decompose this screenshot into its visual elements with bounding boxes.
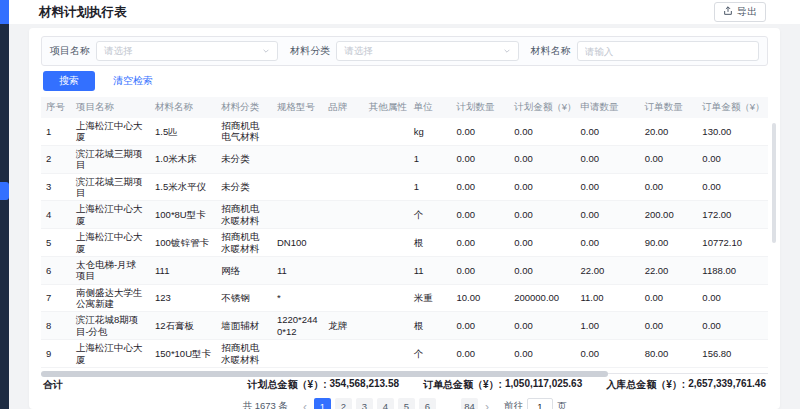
table-cell <box>364 340 409 368</box>
table-cell <box>323 118 364 145</box>
table-row[interactable]: 2滨江花城三期项目1.0米木床未分类10.000.000.000.000.00 <box>41 145 768 173</box>
table-cell: 太仓电梯-月球项目 <box>71 256 150 284</box>
summary-item: 计划总金额（¥）:354,568,213.58 <box>248 378 399 392</box>
column-header: 计划数量 <box>451 97 509 118</box>
table-cell <box>364 256 409 284</box>
table-row[interactable]: 6太仓电梯-月球项目111网络11110.000.0022.0022.00118… <box>41 256 768 284</box>
table-cell: 网络 <box>216 256 272 284</box>
filter-field: 项目名称请选择 <box>50 41 278 61</box>
table-cell: 0.00 <box>451 145 509 173</box>
table-cell <box>364 173 409 201</box>
table-cell <box>272 340 323 368</box>
column-header: 申请数量 <box>575 97 639 118</box>
sidebar-collapse-handle[interactable] <box>0 182 9 200</box>
table-cell: 0.00 <box>509 229 575 257</box>
column-header: 规格型号 <box>272 97 323 118</box>
table-cell: 1220*2440*12 <box>272 312 323 340</box>
app-root: 材料计划执行表 导出 项目名称请选择材料分类请选择材料名称 搜索 清空检索 <box>0 0 800 409</box>
clear-search-button[interactable]: 清空检索 <box>109 71 157 91</box>
table-row[interactable]: 4上海松江中心大厦100*8U型卡招商机电 水暖材料个0.000.000.002… <box>41 201 768 229</box>
select-placeholder: 请选择 <box>104 45 133 58</box>
input-wrapper <box>577 41 759 61</box>
project-name-select[interactable]: 请选择 <box>96 41 278 61</box>
table-cell: 根 <box>409 312 452 340</box>
table-cell: 1.0米木床 <box>150 145 216 173</box>
summary-item-value: 1,050,117,025.63 <box>505 378 582 392</box>
table-head-row: 序号项目名称材料名称材料分类规格型号品牌其他属性单位计划数量计划金额（¥）申请数… <box>41 97 768 118</box>
page-button[interactable]: 3 <box>356 398 373 409</box>
next-page-button[interactable]: › <box>483 401 491 409</box>
table-row[interactable]: 1上海松江中心大厦1.5匹招商机电 电气材料kg0.000.000.0020.0… <box>41 118 768 145</box>
table-row[interactable]: 8滨江花城8期项目-分包12石膏板墙面辅材1220*2440*12龙牌根0.00… <box>41 312 768 340</box>
table-cell: 123 <box>150 284 216 312</box>
table-cell: 9 <box>41 340 71 368</box>
chevron-down-icon <box>262 47 270 55</box>
prev-page-button[interactable]: ‹ <box>301 401 309 409</box>
table-cell: 个 <box>409 340 452 368</box>
table-cell: 个 <box>409 201 452 229</box>
table-cell <box>364 229 409 257</box>
table-cell: 招商机电 电气材料 <box>216 118 272 145</box>
page-button[interactable]: 84 <box>461 398 478 409</box>
table-cell: 0.00 <box>575 173 639 201</box>
table-cell: 0.00 <box>451 312 509 340</box>
horizontal-scrollbar[interactable] <box>41 371 608 377</box>
goto-suffix: 页 <box>557 400 567 409</box>
summary-item-value: 2,657,339,761.46 <box>688 378 766 392</box>
table-cell: 滨江花城8期项目-分包 <box>71 312 150 340</box>
table-row[interactable]: 5上海松江中心大厦100镀锌管卡招商机电 水暖材料DN100根0.000.000… <box>41 229 768 257</box>
table-cell: 1.5米水平仪 <box>150 173 216 201</box>
export-button[interactable]: 导出 <box>714 2 766 22</box>
material-name-input[interactable] <box>585 46 751 57</box>
table-cell: 0.00 <box>640 173 698 201</box>
page-title: 材料计划执行表 <box>39 4 127 21</box>
table-cell: * <box>272 284 323 312</box>
table-cell <box>323 201 364 229</box>
export-icon <box>723 6 733 18</box>
table-cell <box>323 145 364 173</box>
table-cell: 未分类 <box>216 173 272 201</box>
page-button[interactable]: 5 <box>398 398 415 409</box>
table-cell: 米重 <box>409 284 452 312</box>
page-button[interactable]: 6 <box>419 398 436 409</box>
table-cell: 0.00 <box>509 256 575 284</box>
summary-item-value: 354,568,213.58 <box>330 378 400 392</box>
search-button[interactable]: 搜索 <box>43 71 95 91</box>
table-cell: 1 <box>41 118 71 145</box>
table-cell <box>364 118 409 145</box>
material-category-select[interactable]: 请选择 <box>336 41 518 61</box>
table-cell: 0.00 <box>451 201 509 229</box>
table-cell: 2 <box>41 145 71 173</box>
table-cell: 6 <box>41 256 71 284</box>
table-cell: 0.00 <box>697 145 768 173</box>
table-row[interactable]: 3滨江花城三期项目1.5米水平仪未分类10.000.000.000.000.00 <box>41 173 768 201</box>
table-cell <box>323 256 364 284</box>
table-row[interactable]: 9上海松江中心大厦150*10U型卡招商机电 水暖材料个0.000.000.00… <box>41 340 768 368</box>
pagination-goto: 前往 页 <box>504 398 567 409</box>
table-cell: 172.00 <box>697 201 768 229</box>
table-cell: 招商机电 水暖材料 <box>216 340 272 368</box>
table-cell <box>323 229 364 257</box>
table-cell: 滨江花城三期项目 <box>71 145 150 173</box>
table-cell: 0.00 <box>451 118 509 145</box>
table-cell: 10.00 <box>451 284 509 312</box>
table-cell <box>323 284 364 312</box>
table-cell: 0.00 <box>640 312 698 340</box>
table-cell: 未分类 <box>216 145 272 173</box>
table-row[interactable]: 7南侧盛达大学生公寓新建123不锈钢*米重10.00200000.0011.00… <box>41 284 768 312</box>
page-button[interactable]: 1 <box>314 398 331 409</box>
page-ellipsis: ... <box>440 398 457 409</box>
summary-item-label: 订单总金额（¥）: <box>423 378 502 392</box>
page-button[interactable]: 4 <box>377 398 394 409</box>
table-cell: 不锈钢 <box>216 284 272 312</box>
content-card: 项目名称请选择材料分类请选择材料名称 搜索 清空检索 序号项目名称材料名称材料分… <box>29 28 780 409</box>
table-cell: 1 <box>409 173 452 201</box>
page-button[interactable]: 2 <box>335 398 352 409</box>
vertical-scrollbar[interactable] <box>772 123 776 243</box>
goto-page-input[interactable] <box>527 398 553 409</box>
table-cell: 上海松江中心大厦 <box>71 118 150 145</box>
filter-label: 材料分类 <box>290 44 330 58</box>
table-body: 1上海松江中心大厦1.5匹招商机电 电气材料kg0.000.000.0020.0… <box>41 118 768 368</box>
column-header: 计划金额（¥） <box>509 97 575 118</box>
table-cell: 22.00 <box>575 256 639 284</box>
